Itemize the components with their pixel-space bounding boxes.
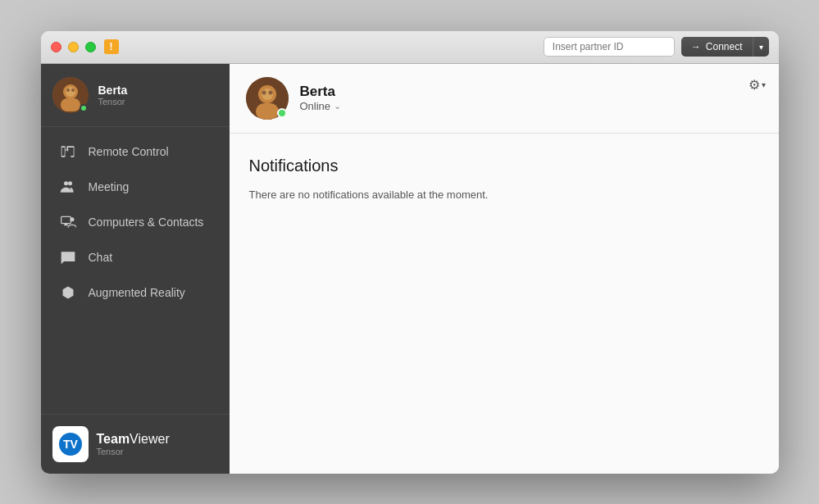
svg-point-15 bbox=[262, 90, 266, 94]
titlebar-right: → Connect ▾ bbox=[544, 37, 769, 57]
connect-group: → Connect ▾ bbox=[681, 37, 769, 57]
computers-contacts-icon bbox=[59, 213, 77, 231]
sidebar-item-chat[interactable]: Chat bbox=[46, 240, 225, 275]
connect-dropdown-button[interactable]: ▾ bbox=[753, 37, 769, 57]
status-chevron-icon: ⌄ bbox=[334, 101, 341, 111]
svg-point-7 bbox=[68, 181, 72, 185]
sidebar-item-augmented-reality-label: Augmented Reality bbox=[89, 286, 185, 299]
sidebar-item-computers-contacts-label: Computers & Contacts bbox=[89, 216, 204, 229]
sidebar-item-chat-label: Chat bbox=[89, 251, 113, 264]
tv-name-bold: Team bbox=[97, 432, 130, 446]
connect-button[interactable]: → Connect bbox=[681, 37, 753, 57]
svg-point-9 bbox=[70, 217, 74, 221]
panel-user-name: Berta bbox=[300, 84, 342, 100]
sidebar: Berta Tensor Remote Con bbox=[41, 64, 230, 474]
tv-name-regular: Viewer bbox=[130, 432, 170, 446]
sidebar-user-name: Berta bbox=[98, 84, 128, 97]
settings-button[interactable]: ⚙ ▾ bbox=[748, 77, 766, 93]
notifications-area: Notifications There are no notifications… bbox=[230, 134, 779, 474]
svg-rect-17 bbox=[256, 103, 279, 120]
sidebar-online-indicator bbox=[80, 104, 88, 112]
svg-rect-8 bbox=[61, 216, 71, 223]
notifications-empty-message: There are no notifications available at … bbox=[249, 188, 759, 201]
svg-point-6 bbox=[64, 181, 68, 185]
svg-rect-5 bbox=[61, 98, 80, 111]
meeting-icon bbox=[59, 178, 77, 196]
titlebar: ! → Connect ▾ bbox=[41, 31, 779, 64]
tv-app-name: TeamViewer bbox=[97, 432, 170, 447]
sidebar-item-computers-contacts[interactable]: Computers & Contacts bbox=[46, 205, 225, 239]
sidebar-item-meeting-label: Meeting bbox=[89, 180, 130, 193]
maximize-button[interactable] bbox=[85, 42, 96, 52]
gear-icon: ⚙ bbox=[748, 77, 760, 93]
tv-edition: Tensor bbox=[97, 447, 170, 456]
panel-avatar-container bbox=[246, 77, 289, 120]
panel-status-text: Online bbox=[300, 100, 331, 112]
remote-control-icon bbox=[59, 143, 77, 161]
connect-arrow-icon: → bbox=[691, 41, 701, 52]
settings-chevron-icon: ▾ bbox=[762, 80, 766, 89]
sidebar-item-meeting[interactable]: Meeting bbox=[46, 170, 225, 204]
ar-icon bbox=[59, 284, 77, 302]
main-content: Berta Tensor Remote Con bbox=[41, 64, 779, 474]
warning-icon: ! bbox=[104, 39, 119, 54]
minimize-button[interactable] bbox=[68, 42, 79, 52]
tv-logo-text: TeamViewer Tensor bbox=[97, 432, 170, 456]
nav-items: Remote Control Meeting bbox=[41, 127, 230, 414]
sidebar-user-org: Tensor bbox=[98, 97, 128, 107]
panel-header: Berta Online ⌄ ⚙ ▾ bbox=[230, 64, 779, 134]
avatar-container bbox=[52, 77, 89, 113]
panel-status: Online ⌄ bbox=[300, 100, 342, 112]
svg-point-4 bbox=[71, 89, 75, 92]
app-window: ! → Connect ▾ bbox=[41, 31, 779, 474]
user-profile: Berta Tensor bbox=[41, 64, 230, 127]
svg-point-3 bbox=[66, 89, 70, 92]
sidebar-item-remote-control-label: Remote Control bbox=[89, 145, 169, 158]
tv-logo-icon: TV bbox=[52, 426, 89, 462]
traffic-lights bbox=[51, 42, 96, 52]
partner-id-input[interactable] bbox=[544, 37, 675, 57]
sidebar-user-info: Berta Tensor bbox=[98, 84, 128, 107]
teamviewer-logo: TV TeamViewer Tensor bbox=[41, 414, 230, 474]
notifications-title: Notifications bbox=[249, 157, 759, 175]
close-button[interactable] bbox=[51, 42, 61, 52]
right-panel: Berta Online ⌄ ⚙ ▾ Notifications There a… bbox=[230, 64, 779, 474]
panel-online-indicator bbox=[277, 108, 287, 118]
svg-text:TV: TV bbox=[63, 438, 79, 451]
sidebar-item-augmented-reality[interactable]: Augmented Reality bbox=[46, 275, 225, 310]
panel-user-info: Berta Online ⌄ bbox=[300, 84, 342, 112]
chat-icon bbox=[59, 248, 77, 266]
connect-label: Connect bbox=[706, 41, 743, 52]
svg-point-16 bbox=[268, 90, 272, 94]
svg-point-2 bbox=[66, 87, 75, 97]
sidebar-item-remote-control[interactable]: Remote Control bbox=[46, 134, 225, 169]
